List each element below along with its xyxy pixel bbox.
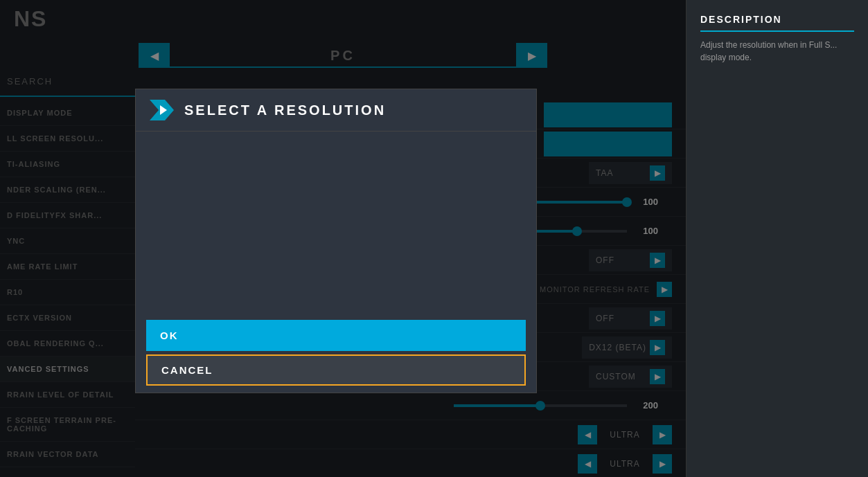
modal-content-area[interactable] [136,132,536,313]
modal-header: SELECT A RESOLUTION [136,89,536,132]
modal-buttons: OK CANCEL [136,313,536,393]
description-title: DESCRIPTION [700,14,854,32]
ok-button[interactable]: OK [146,320,526,351]
resolution-modal: SELECT A RESOLUTION OK CANCEL [135,89,537,393]
description-panel: DESCRIPTION Adjust the resolution when i… [686,0,868,477]
cancel-button[interactable]: CANCEL [146,354,526,386]
description-text: Adjust the resolution when in Full S... … [700,39,854,64]
modal-title: SELECT A RESOLUTION [184,102,386,118]
modal-arrow-inner [160,105,167,115]
modal-icon [150,100,174,120]
